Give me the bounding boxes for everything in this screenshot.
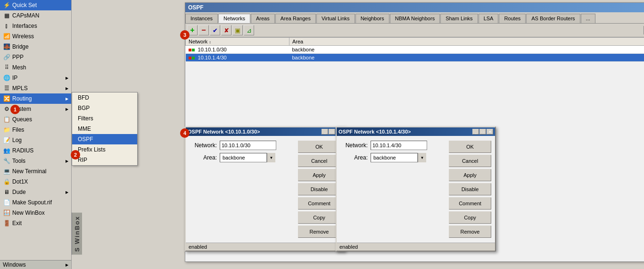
sidebar-item-label: Tools bbox=[12, 158, 66, 164]
sidebar-item-mpls[interactable]: ☰ MPLS ▶ bbox=[0, 83, 71, 93]
dialog2-area-select[interactable]: backbone ▼ bbox=[371, 153, 426, 162]
dialog2-minimize-button[interactable]: _ bbox=[472, 129, 479, 134]
sidebar-item-ip[interactable]: 🌐 IP ▶ bbox=[0, 73, 71, 83]
submenu-item-mme[interactable]: MME bbox=[72, 124, 137, 134]
sidebar-item-exit[interactable]: 🚪 Exit bbox=[0, 218, 71, 228]
dot-red bbox=[189, 49, 191, 51]
sidebar-item-dot1x[interactable]: 🔒 Dot1X bbox=[0, 177, 71, 187]
sidebar-item-new-winbox[interactable]: 🪟 New WinBox bbox=[0, 208, 71, 218]
dialog2-cancel-button[interactable]: Cancel bbox=[449, 155, 491, 167]
tab-nbma-neighbors[interactable]: NBMA Neighbors bbox=[390, 14, 440, 23]
sidebar-item-ppp[interactable]: 🔗 PPP bbox=[0, 52, 71, 62]
dialog1-maximize-button[interactable]: □ bbox=[329, 129, 335, 134]
ip-arrow-icon: ▶ bbox=[66, 76, 68, 80]
dot-red bbox=[189, 57, 191, 59]
badge-3: 3 bbox=[180, 30, 190, 40]
dialog2-remove-button[interactable]: Remove bbox=[449, 226, 491, 238]
ospf-titlebar: OSPF _ □ ✕ bbox=[185, 3, 644, 12]
sidebar-item-dude[interactable]: 🖥 Dude ▶ bbox=[0, 187, 71, 197]
sidebar-item-interfaces[interactable]: ⫿ Interfaces bbox=[0, 21, 71, 31]
tab-virtual-links[interactable]: Virtual Links bbox=[316, 14, 355, 23]
settings-button[interactable]: ▣ bbox=[232, 25, 243, 35]
sidebar-item-label: Files bbox=[12, 126, 68, 133]
tab-sham-links[interactable]: Sham Links bbox=[440, 14, 478, 23]
submenu-item-bfd[interactable]: BFD bbox=[72, 92, 137, 103]
sidebar-item-mesh[interactable]: ⠿ Mesh bbox=[0, 62, 71, 73]
submenu-item-rip[interactable]: RIP bbox=[72, 155, 137, 165]
dialog1-comment-button[interactable]: Comment bbox=[298, 197, 340, 210]
dialog1-network-input[interactable] bbox=[220, 141, 276, 150]
interfaces-icon: ⫿ bbox=[3, 22, 10, 30]
tab-areas[interactable]: Areas bbox=[251, 14, 275, 23]
sidebar-item-routing[interactable]: 🔀 Routing ▶ bbox=[0, 93, 71, 104]
sidebar-item-label: Routing bbox=[12, 95, 66, 102]
disable-button[interactable]: ✘ bbox=[221, 25, 231, 35]
col-header-network: Network ↕ bbox=[186, 38, 289, 46]
remove-button[interactable]: − bbox=[198, 25, 209, 35]
networks-table: Network ↕ Area ▼ bbox=[185, 37, 644, 62]
dialog2-controls: _ □ ✕ bbox=[472, 129, 493, 134]
dialog1-area-row: Area: backbone ▼ bbox=[190, 153, 294, 162]
dialog2-area-dropdown-button[interactable]: ▼ bbox=[418, 153, 426, 162]
ospf-network-dialog-2: OSPF Network <10.10.1.4/30> _ □ ✕ Networ… bbox=[336, 126, 496, 252]
dialog1-apply-button[interactable]: Apply bbox=[298, 169, 340, 181]
tab-area-ranges[interactable]: Area Ranges bbox=[275, 14, 316, 23]
dialog1-area-label: Area: bbox=[190, 154, 217, 161]
dialog1-network-row: Network: bbox=[190, 141, 294, 150]
enable-button[interactable]: ✔ bbox=[210, 25, 220, 35]
tab-routes[interactable]: Routes bbox=[499, 14, 526, 23]
dialog1-cancel-button[interactable]: Cancel bbox=[298, 155, 340, 167]
dialog2-close-button[interactable]: ✕ bbox=[487, 129, 493, 134]
sidebar-item-queues[interactable]: 📋 Queues bbox=[0, 114, 71, 125]
dialog2-network-input[interactable] bbox=[371, 141, 427, 150]
sidebar-item-radius[interactable]: 👥 RADIUS bbox=[0, 145, 71, 156]
mesh-icon: ⠿ bbox=[3, 64, 10, 71]
sidebar-item-wireless[interactable]: 📶 Wireless bbox=[0, 31, 71, 42]
routing-icon: 🔀 bbox=[3, 95, 10, 102]
tab-instances[interactable]: Instances bbox=[185, 14, 218, 23]
tab-lsa[interactable]: LSA bbox=[479, 14, 499, 23]
dialog2-status: enabled bbox=[339, 244, 358, 250]
sidebar-item-files[interactable]: 📁 Files bbox=[0, 125, 71, 135]
sidebar-item-quick-set[interactable]: ⚡ Quick Set bbox=[0, 0, 71, 10]
sidebar-item-capsman[interactable]: ▦ CAPsMAN bbox=[0, 10, 71, 21]
dialog1-disable-button[interactable]: Disable bbox=[298, 183, 340, 195]
tab-networks[interactable]: Networks bbox=[218, 14, 250, 23]
dialog1-titlebar: OSPF Network <10.10.1.0/30> _ □ ✕ bbox=[186, 127, 344, 136]
dialog1-area-select[interactable]: backbone ▼ bbox=[220, 153, 275, 162]
filter-button[interactable]: ⊿ bbox=[244, 25, 254, 35]
table-row[interactable]: 10.10.1.4/30 backbone bbox=[186, 54, 644, 62]
dialog1-ok-button[interactable]: OK bbox=[298, 141, 340, 153]
submenu-item-filters[interactable]: Filters bbox=[72, 113, 137, 124]
sidebar-item-make-supout[interactable]: 📄 Make Supout.rif bbox=[0, 197, 71, 208]
dialog2-comment-button[interactable]: Comment bbox=[449, 197, 491, 210]
dialog1-minimize-button[interactable]: _ bbox=[322, 129, 328, 134]
dialog1-copy-button[interactable]: Copy bbox=[298, 211, 340, 224]
dialog1-remove-button[interactable]: Remove bbox=[298, 226, 340, 238]
area-cell: backbone bbox=[289, 46, 644, 54]
tab-as-border-routers[interactable]: AS Border Routers bbox=[526, 14, 580, 23]
dialog2-body: Network: Area: backbone ▼ OK bbox=[337, 136, 495, 243]
dude-icon: 🖥 bbox=[3, 188, 10, 196]
dialog2-fields: Network: Area: backbone ▼ bbox=[340, 141, 445, 238]
submenu-item-ospf[interactable]: OSPF bbox=[72, 134, 137, 144]
sidebar-item-bridge[interactable]: 🌉 Bridge bbox=[0, 42, 71, 52]
tab-more[interactable]: ... bbox=[581, 14, 595, 23]
table-row[interactable]: 10.10.1.0/30 backbone bbox=[186, 46, 644, 54]
submenu-item-prefix-lists[interactable]: Prefix Lists bbox=[72, 144, 137, 155]
new-terminal-icon: 💻 bbox=[3, 168, 10, 175]
windows-item[interactable]: Windows ▶ bbox=[0, 260, 71, 269]
dialog2-copy-button[interactable]: Copy bbox=[449, 211, 491, 224]
sidebar-item-label: Dude bbox=[12, 189, 66, 195]
submenu-item-bgp[interactable]: BGP bbox=[72, 103, 137, 113]
sidebar-item-tools[interactable]: 🔧 Tools ▶ bbox=[0, 156, 71, 166]
dialog2-apply-button[interactable]: Apply bbox=[449, 169, 491, 181]
tab-neighbors[interactable]: Neighbors bbox=[355, 14, 389, 23]
dialog2-maximize-button[interactable]: □ bbox=[479, 129, 486, 134]
sidebar-item-log[interactable]: 📝 Log bbox=[0, 135, 71, 145]
dialog2-area-label: Area: bbox=[340, 154, 368, 161]
sidebar-item-new-terminal[interactable]: 💻 New Terminal bbox=[0, 166, 71, 177]
dialog2-disable-button[interactable]: Disable bbox=[449, 183, 491, 195]
dialog2-ok-button[interactable]: OK bbox=[449, 141, 491, 153]
dialog1-area-dropdown-button[interactable]: ▼ bbox=[267, 153, 275, 162]
